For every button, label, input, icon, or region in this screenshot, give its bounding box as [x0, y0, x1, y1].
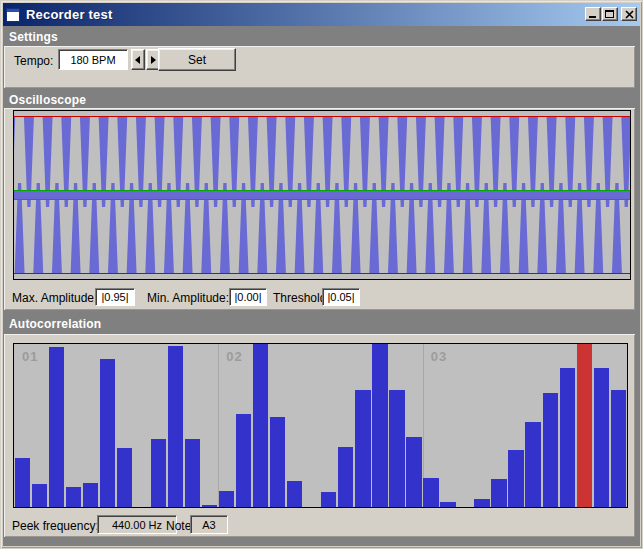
maximize-button[interactable]: [602, 7, 618, 21]
threshold-value: |0.05|: [322, 288, 360, 306]
autocorrelation-display: 010203: [13, 343, 628, 508]
minimize-icon: [588, 9, 598, 19]
arrow-left-icon: [135, 56, 141, 64]
svg-text:02: 02: [226, 349, 242, 364]
svg-text:03: 03: [431, 349, 447, 364]
maximize-icon: [605, 9, 615, 19]
tempo-input[interactable]: [58, 49, 128, 70]
tempo-decrement-button[interactable]: [131, 49, 145, 70]
min-amplitude-label: Min. Amplitude:: [147, 291, 229, 305]
peek-frequency-label: Peek frequency:: [12, 519, 99, 533]
close-icon: [625, 10, 634, 19]
autocorrelation-chart: 010203: [14, 344, 627, 507]
set-button[interactable]: Set: [158, 48, 236, 71]
min-amplitude-value: |0.00|: [229, 288, 267, 306]
oscilloscope-waveform: [14, 111, 630, 279]
max-amplitude-value: |0.95|: [95, 288, 135, 306]
note-value: A3: [190, 515, 228, 534]
window-title: Recorder test: [26, 7, 112, 22]
close-button[interactable]: [621, 7, 637, 21]
minimize-button[interactable]: [585, 7, 601, 21]
oscilloscope-display: [13, 110, 631, 280]
app-icon: [6, 8, 20, 22]
max-amplitude-label: Max. Amplitude:: [12, 291, 97, 305]
app-window: Recorder test Settings Tempo: Set Oscill…: [0, 0, 643, 549]
peek-frequency-value: 440.00 Hz: [97, 515, 177, 534]
autocorrelation-section-header: Autocorrelation: [9, 317, 101, 331]
settings-section-header: Settings: [9, 30, 58, 44]
svg-text:01: 01: [22, 349, 38, 364]
oscilloscope-section-header: Oscilloscope: [9, 93, 86, 107]
tempo-label: Tempo:: [14, 54, 53, 68]
arrow-right-icon: [150, 56, 156, 64]
title-bar[interactable]: Recorder test: [3, 3, 640, 26]
